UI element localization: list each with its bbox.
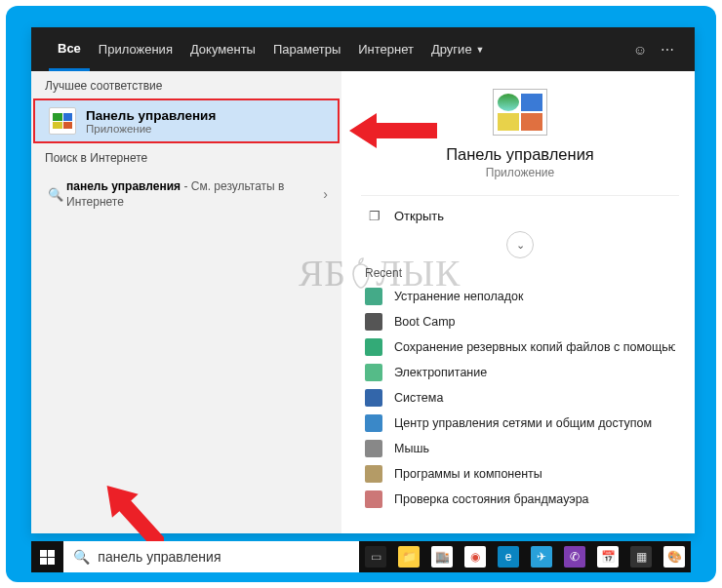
recent-item-icon <box>365 440 382 457</box>
taskbar-pinned-apps: ▭📁🏬◉e✈✆📅▦🎨 <box>359 541 691 572</box>
tab-more-label: Другие <box>431 42 472 57</box>
recent-item[interactable]: Устранение неполадок <box>365 284 675 309</box>
telegram-icon: ✈ <box>531 546 552 568</box>
taskbar-app-chrome[interactable]: ◉ <box>459 541 492 572</box>
store-icon: 🏬 <box>431 546 453 568</box>
chrome-icon: ◉ <box>464 546 486 568</box>
taskbar-app-task-view[interactable]: ▭ <box>359 541 392 572</box>
annotation-arrow <box>349 109 437 152</box>
tab-documents[interactable]: Документы <box>181 27 264 71</box>
tab-all[interactable]: Все <box>49 27 90 71</box>
taskbar-app-telegram[interactable]: ✈ <box>525 541 558 572</box>
web-search-header: Поиск в Интернете <box>31 143 341 171</box>
svg-marker-0 <box>349 113 437 148</box>
taskbar-app-calendar[interactable]: 📅 <box>591 541 624 572</box>
recent-item-label: Электропитание <box>394 366 487 379</box>
recent-item-label: Мышь <box>394 442 429 455</box>
tab-settings[interactable]: Параметры <box>264 27 349 71</box>
desktop-background: Все Приложения Документы Параметры Интер… <box>6 6 716 582</box>
recent-item[interactable]: Электропитание <box>365 360 675 385</box>
recent-item-icon <box>365 465 382 483</box>
recent-item[interactable]: Проверка состояния брандмауэра <box>365 487 675 512</box>
recent-item-label: Проверка состояния брандмауэра <box>394 492 589 506</box>
control-panel-icon <box>49 107 76 135</box>
open-label: Открыть <box>394 209 444 223</box>
recent-item[interactable]: Мышь <box>365 436 675 461</box>
calendar-icon: 📅 <box>597 546 619 568</box>
taskbar-app-store[interactable]: 🏬 <box>425 541 459 572</box>
search-input[interactable] <box>98 549 349 565</box>
task-view-icon: ▭ <box>365 546 386 568</box>
best-match-header: Лучшее соответствие <box>31 71 341 98</box>
recent-item-icon <box>365 338 382 356</box>
recent-item-label: Система <box>394 391 443 405</box>
taskbar: 🔍 ▭📁🏬◉e✈✆📅▦🎨 <box>31 541 691 572</box>
recent-item-label: Сохранение резервных копий файлов с помо… <box>394 340 675 354</box>
windows-logo-icon <box>40 550 55 565</box>
recent-item-label: Центр управления сетями и общим доступом <box>394 416 652 430</box>
recent-item-icon <box>365 288 382 305</box>
control-panel-large-icon <box>493 89 547 136</box>
open-icon: ❐ <box>365 206 384 225</box>
recent-item-icon <box>365 414 382 432</box>
taskbar-app-edge[interactable]: e <box>492 541 525 572</box>
viber-icon: ✆ <box>564 546 585 568</box>
divider <box>361 195 679 196</box>
recent-item[interactable]: Boot Camp <box>365 309 675 334</box>
calculator-icon: ▦ <box>630 546 652 568</box>
taskbar-app-calculator[interactable]: ▦ <box>624 541 658 572</box>
search-filter-tabs: Все Приложения Документы Параметры Интер… <box>31 27 695 71</box>
best-match-subtitle: Приложение <box>86 123 216 135</box>
web-search-text: панель управления - См. результаты в Инт… <box>66 178 323 210</box>
taskbar-app-file-explorer[interactable]: 📁 <box>392 541 425 572</box>
recent-item-label: Устранение неполадок <box>394 290 523 303</box>
feedback-icon[interactable]: ☺ <box>626 42 654 58</box>
recent-item-icon <box>365 490 382 508</box>
paint-icon: 🎨 <box>663 546 685 568</box>
recent-list: Устранение неполадокBoot CampСохранение … <box>365 284 675 512</box>
best-match-result[interactable]: Панель управления Приложение <box>33 98 340 143</box>
taskbar-search-box[interactable]: 🔍 <box>63 541 359 572</box>
recent-item-icon <box>365 389 382 407</box>
tab-apps[interactable]: Приложения <box>90 27 181 71</box>
taskbar-app-paint[interactable]: 🎨 <box>658 541 691 572</box>
recent-item-icon <box>365 313 382 331</box>
edge-icon: e <box>498 546 519 568</box>
more-options-icon[interactable]: ⋯ <box>654 42 681 58</box>
tab-more[interactable]: Другие▼ <box>422 27 494 71</box>
recent-item-label: Boot Camp <box>394 315 456 329</box>
search-icon: 🔍 <box>45 187 66 202</box>
chevron-down-icon: ⌄ <box>516 239 525 252</box>
recent-item[interactable]: Система <box>365 385 675 411</box>
tab-internet[interactable]: Интернет <box>349 27 422 71</box>
taskbar-app-viber[interactable]: ✆ <box>558 541 591 572</box>
recent-item[interactable]: Сохранение резервных копий файлов с помо… <box>365 334 675 360</box>
start-button[interactable] <box>31 541 63 572</box>
expand-button[interactable]: ⌄ <box>506 231 534 258</box>
recent-item-icon <box>365 364 382 381</box>
recent-item-label: Программы и компоненты <box>394 467 542 481</box>
recent-header: Recent <box>365 266 675 280</box>
best-match-title: Панель управления <box>86 108 216 123</box>
chevron-right-icon: › <box>323 186 328 202</box>
recent-item[interactable]: Программы и компоненты <box>365 461 675 487</box>
preview-subtitle: Приложение <box>365 166 675 179</box>
recent-item[interactable]: Центр управления сетями и общим доступом <box>365 411 675 436</box>
web-search-result[interactable]: 🔍 панель управления - См. результаты в И… <box>31 171 341 217</box>
search-icon: 🔍 <box>73 549 90 565</box>
chevron-down-icon: ▼ <box>476 45 485 55</box>
results-left-column: Лучшее соответствие Панель управления Пр… <box>31 71 341 533</box>
search-results-panel: Все Приложения Документы Параметры Интер… <box>31 27 695 533</box>
file-explorer-icon: 📁 <box>398 546 420 568</box>
open-action[interactable]: ❐ Открыть <box>365 206 675 225</box>
